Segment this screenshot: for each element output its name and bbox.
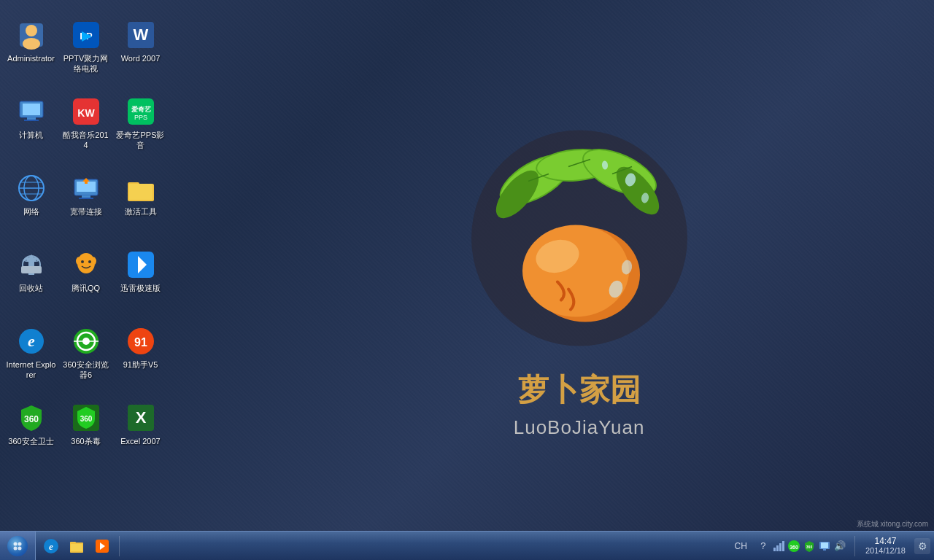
icon-kuwo[interactable]: KW 酷我音乐2014 — [58, 91, 113, 168]
taskbar-right: CH ? 360 — [732, 532, 934, 561]
icon-360kill[interactable]: 360 360杀毒 — [58, 397, 113, 474]
icon-computer[interactable]: 计算机 — [4, 91, 58, 168]
icon-ie[interactable]: e Internet Explorer — [4, 321, 58, 397]
svg-text:PPS: PPS — [134, 114, 147, 121]
svg-rect-80 — [71, 544, 82, 551]
svg-point-73 — [18, 542, 22, 545]
svg-point-1 — [26, 25, 37, 36]
svg-rect-91 — [821, 542, 828, 548]
svg-text:e: e — [49, 541, 53, 552]
icon-91assistant[interactable]: 91 91助手V5 — [113, 321, 168, 397]
svg-text:360: 360 — [23, 414, 38, 424]
svg-rect-11 — [24, 120, 39, 121]
icon-360browser[interactable]: 360安全浏览器6 — [58, 321, 113, 397]
logo-chinese-text: 萝卜家园 — [518, 370, 641, 411]
icon-360kill-label: 360杀毒 — [69, 435, 101, 447]
taskbar-separator — [119, 536, 120, 556]
icon-360browser-label: 360安全浏览器6 — [60, 359, 112, 381]
svg-rect-86 — [782, 541, 784, 551]
svg-rect-31 — [21, 266, 42, 273]
svg-text:91: 91 — [134, 336, 147, 349]
svg-rect-85 — [779, 543, 781, 551]
svg-text:360: 360 — [806, 545, 813, 549]
svg-point-2 — [23, 38, 40, 50]
icon-pptv[interactable]: PP PPTV聚力网络电视 — [58, 15, 113, 91]
svg-point-67 — [522, 225, 629, 317]
icon-recycle-label: 回收站 — [18, 282, 45, 294]
icon-ie-label: Internet Explorer — [5, 359, 58, 381]
svg-text:KW: KW — [77, 107, 95, 119]
quick-launch: e — [36, 532, 117, 561]
system-watermark: 系统城 xitong.city.com — [857, 519, 928, 529]
systray-volume-icon[interactable]: 🔊 — [833, 540, 846, 553]
icon-91-label: 91助手V5 — [122, 359, 160, 370]
icon-excel2007-label: Excel 2007 — [119, 435, 161, 447]
icon-activator-label: 激活工具 — [123, 206, 158, 217]
taskbar-ie-button[interactable]: e — [39, 534, 63, 558]
icon-xunlei[interactable]: 迅雷极速版 — [113, 244, 168, 321]
icon-360guard-label: 360安全卫士 — [7, 435, 55, 447]
settings-button[interactable]: ⚙ — [914, 538, 930, 554]
icon-kuwo-label: 酷我音乐2014 — [60, 129, 112, 152]
svg-text:e: e — [28, 332, 35, 350]
svg-rect-25 — [79, 198, 93, 199]
carrot-svg — [463, 122, 696, 355]
icon-recycle[interactable]: 回收站 — [4, 244, 58, 321]
clock-time: 14:47 — [874, 536, 896, 546]
start-orb-icon — [7, 536, 28, 556]
language-indicator[interactable]: CH — [732, 541, 750, 551]
svg-text:360: 360 — [790, 545, 798, 550]
taskbar: e CH ? — [0, 531, 934, 560]
icon-pptv-label: PPTV聚力网络电视 — [60, 52, 112, 75]
svg-rect-29 — [129, 184, 153, 200]
svg-point-74 — [14, 546, 18, 550]
taskbar-explorer-button[interactable] — [65, 534, 88, 558]
systray-network-icon[interactable] — [772, 540, 785, 553]
icon-administrator-label: Administrator — [6, 52, 56, 64]
svg-text:360: 360 — [80, 415, 92, 423]
icon-computer-label: 计算机 — [18, 129, 45, 141]
icon-xunlei-label: 迅雷极速版 — [119, 282, 162, 294]
systray-monitor-icon[interactable] — [818, 540, 831, 553]
clock-area[interactable]: 14:47 2014/12/18 — [860, 532, 911, 561]
systray-360green-icon[interactable]: 360 — [787, 540, 800, 553]
icon-network[interactable]: 网络 — [4, 168, 58, 244]
taskbar-sep-right — [854, 536, 855, 556]
icon-broadband-label: 宽带连接 — [69, 206, 104, 217]
systray-question-icon[interactable]: ? — [757, 540, 770, 553]
desktop-icons-area: Administrator PP PPTV聚力网络电视 W Word 2007 — [0, 7, 171, 481]
svg-rect-92 — [823, 549, 826, 551]
icon-word2007-label: Word 2007 — [120, 52, 162, 64]
systray-shield-icon[interactable]: 360 — [803, 540, 816, 553]
svg-rect-83 — [773, 548, 776, 551]
icon-word2007[interactable]: W Word 2007 — [113, 15, 168, 91]
svg-point-35 — [88, 260, 91, 263]
icon-activator[interactable]: 激活工具 — [113, 168, 168, 244]
svg-rect-24 — [82, 195, 90, 198]
icon-broadband[interactable]: 宽带连接 — [58, 168, 113, 244]
logo-pinyin-text: LuoBoJiaYuan — [514, 416, 645, 439]
svg-rect-84 — [776, 545, 779, 551]
icon-administrator[interactable]: Administrator — [4, 15, 58, 91]
icon-aiqiyi[interactable]: 爱奇艺 PPS 爱奇艺PPS影音 — [113, 91, 168, 168]
systray-area: ? 360 — [753, 532, 850, 561]
icon-excel2007[interactable]: X Excel 2007 — [113, 397, 168, 474]
taskbar-media-button[interactable] — [90, 534, 114, 558]
svg-rect-10 — [27, 117, 36, 120]
icon-360guard[interactable]: 360 360安全卫士 — [4, 397, 58, 474]
svg-rect-32 — [26, 257, 36, 260]
wallpaper-logo: 萝卜家园 LuoBoJiaYuan — [463, 122, 696, 439]
svg-point-71 — [12, 540, 23, 552]
svg-rect-9 — [23, 104, 40, 115]
svg-text:X: X — [135, 408, 146, 427]
clock-date: 2014/12/18 — [865, 546, 906, 556]
svg-point-75 — [18, 546, 22, 550]
start-button[interactable] — [0, 532, 36, 561]
icon-aiqiyi-label: 爱奇艺PPS影音 — [115, 129, 167, 152]
svg-point-34 — [81, 260, 84, 263]
svg-text:爱奇艺: 爱奇艺 — [131, 106, 151, 113]
svg-point-72 — [14, 542, 18, 545]
icon-qq-label: 腾讯QQ — [70, 282, 101, 294]
desktop: Administrator PP PPTV聚力网络电视 W Word 2007 — [0, 0, 934, 560]
icon-qq[interactable]: 腾讯QQ — [58, 244, 113, 321]
